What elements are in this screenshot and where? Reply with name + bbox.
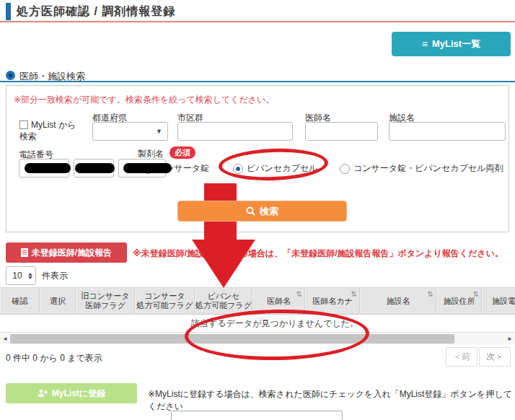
prev-page-button[interactable]: ＜前 [446, 347, 477, 367]
column-header-confirm: 確認 [0, 288, 40, 314]
column-header-select: 選択 [40, 288, 76, 314]
unregistered-report-button-label: 未登録医師/施設報告 [32, 247, 112, 259]
search-button[interactable]: 検索 [177, 201, 347, 222]
mylist-list-button[interactable]: ≡ MyList一覧 [392, 32, 511, 56]
results-summary: 0 件中 0 から 0 まで表示 [6, 352, 102, 364]
search-note: ※部分一致検索が可能です。検索条件を絞って検索してください。 [14, 94, 274, 106]
page-title: 処方医師確認 / 調剤情報登録 [17, 4, 175, 19]
checkbox-icon[interactable] [19, 121, 28, 129]
radio-vyvanse-label: ビバンセカプセル [247, 162, 317, 175]
chevron-down-icon: ▼ [156, 128, 162, 135]
column-header-facility-name[interactable]: 施設名 ⇅ [360, 288, 436, 314]
horizontal-scrollbar[interactable]: ◄ ► [0, 333, 515, 344]
column-header-doctor-kana[interactable]: 医師名カナ ⇅ [305, 288, 360, 314]
column-header-vyvanse-flag: ビバンセ処方可能フラグ [195, 288, 252, 314]
document-icon [21, 248, 28, 257]
mylist-register-note: ※MyListに登録する場合は、検索された医師にチェックを入れ「MyList登録… [148, 388, 515, 413]
stepper-icon [28, 273, 32, 279]
scrollbar-thumb[interactable] [10, 334, 454, 344]
sort-icon[interactable]: ⇅ [473, 289, 479, 299]
radio-vyvanse[interactable]: ビバンセカプセル [233, 162, 317, 175]
column-header-facility-phone[interactable]: 施設電話番号 ⇅ [482, 288, 515, 314]
doctor-name-input[interactable] [305, 122, 378, 141]
sort-icon[interactable]: ⇅ [351, 289, 357, 299]
column-header-doctor-name[interactable]: 医師名 ⇅ [252, 288, 305, 314]
product-label: 製剤名 [138, 148, 164, 160]
scroll-right-icon[interactable]: ► [505, 333, 515, 344]
sort-icon[interactable]: ⇅ [296, 289, 302, 299]
unregistered-report-button[interactable]: 未登録医師/施設報告 [6, 242, 127, 263]
radio-both[interactable]: コンサータ錠・ビバンセカプセル両剤 [340, 162, 503, 175]
sort-icon[interactable]: ⇅ [428, 289, 433, 299]
next-page-button[interactable]: 次＞ [479, 347, 511, 367]
mylist-search-checkbox[interactable]: MyList から検索 [19, 119, 82, 142]
table-header-row: 確認 選択 旧コンサータ医師フラグ コンサータ処方可能フラグ ビバンセ処方可能フ… [0, 287, 515, 315]
required-badge: 必須 [170, 146, 195, 159]
search-button-label: 検索 [260, 205, 278, 218]
column-header-old-concerta-flag: 旧コンサータ医師フラグ [76, 288, 135, 314]
section-underline [0, 81, 515, 82]
list-icon: ≡ [422, 38, 428, 50]
page-size-label: 件表示 [42, 270, 68, 282]
table-empty-row: 該当するデータが見つかりませんでした。 [0, 315, 515, 333]
back-button[interactable]: ＜ 戻る [171, 411, 343, 420]
mylist-register-button[interactable]: MyListに登録 [6, 383, 137, 403]
page-size-select[interactable]: 10 [6, 266, 36, 285]
results-table: 確認 選択 旧コンサータ医師フラグ コンサータ処方可能フラグ ビバンセ処方可能フ… [0, 287, 515, 333]
title-underline [0, 21, 515, 22]
column-header-concerta-flag: コンサータ処方可能フラグ [135, 288, 195, 314]
title-accent-bar [6, 3, 11, 20]
radio-icon [340, 164, 350, 174]
facility-name-input[interactable] [389, 122, 506, 141]
redaction-bar [123, 163, 172, 173]
column-header-facility-address[interactable]: 施設住所 ⇅ [436, 288, 482, 314]
unregistered-report-note: ※未登録医師/施設への処方の場合は、「未登録医師/施設報告報告」ボタンより報告く… [133, 248, 508, 260]
search-icon [246, 206, 255, 216]
radio-selected-icon [233, 164, 243, 174]
redaction-bar [25, 163, 71, 173]
section-bullet-icon [6, 71, 15, 80]
redaction-bar [75, 163, 115, 173]
page: 処方医師確認 / 調剤情報登録 ≡ MyList一覧 医師・施設検索 ※部分一致… [0, 0, 515, 420]
person-plus-icon [38, 389, 48, 398]
prefecture-select[interactable]: ▼ [92, 122, 168, 141]
search-panel: ※部分一致検索が可能です。検索条件を絞って検索してください。 MyList から… [6, 85, 509, 232]
empty-message: 該当するデータが見つかりませんでした。 [191, 318, 358, 330]
mylist-list-button-label: MyList一覧 [432, 38, 480, 51]
page-size-value: 10 [6, 271, 28, 281]
scroll-left-icon[interactable]: ◄ [0, 333, 10, 344]
mylist-register-button-label: MyListに登録 [52, 388, 105, 400]
city-input[interactable] [177, 122, 293, 141]
radio-both-label: コンサータ錠・ビバンセカプセル両剤 [353, 162, 503, 175]
